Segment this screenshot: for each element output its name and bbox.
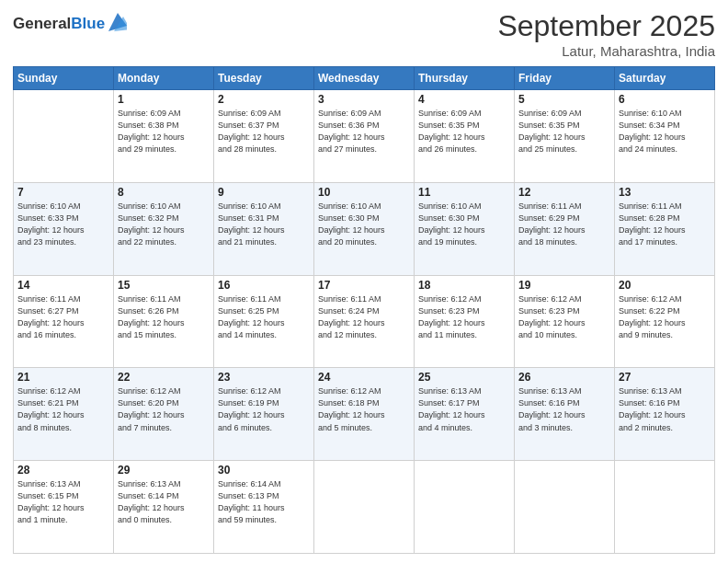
day-number: 5 [518,93,610,106]
page-header: GeneralBlue September 2025 Latur, Mahara… [13,9,715,59]
calendar-cell [415,461,515,554]
calendar-cell [615,461,715,554]
calendar-cell: 7Sunrise: 6:10 AM Sunset: 6:33 PM Daylig… [14,182,114,275]
calendar-cell: 20Sunrise: 6:12 AM Sunset: 6:22 PM Dayli… [615,275,715,368]
header-thursday: Thursday [415,67,515,90]
day-number: 7 [17,186,109,199]
day-number: 1 [118,93,210,106]
day-number: 23 [218,371,310,384]
day-number: 2 [218,93,310,106]
day-info: Sunrise: 6:12 AM Sunset: 6:19 PM Dayligh… [218,385,310,433]
day-info: Sunrise: 6:10 AM Sunset: 6:31 PM Dayligh… [218,201,310,248]
day-info: Sunrise: 6:09 AM Sunset: 6:35 PM Dayligh… [518,108,610,155]
day-info: Sunrise: 6:12 AM Sunset: 6:18 PM Dayligh… [318,385,410,433]
calendar-cell [515,461,615,554]
day-info: Sunrise: 6:09 AM Sunset: 6:37 PM Dayligh… [218,108,310,155]
day-number: 18 [418,279,510,292]
day-info: Sunrise: 6:11 AM Sunset: 6:24 PM Dayligh… [318,293,410,341]
calendar-cell: 1Sunrise: 6:09 AM Sunset: 6:38 PM Daylig… [114,90,214,183]
day-number: 15 [118,279,210,292]
day-number: 30 [218,464,310,477]
logo-icon [107,9,127,35]
day-number: 12 [518,186,610,199]
calendar-cell: 27Sunrise: 6:13 AM Sunset: 6:16 PM Dayli… [615,368,715,461]
day-number: 29 [118,464,210,477]
day-info: Sunrise: 6:11 AM Sunset: 6:27 PM Dayligh… [17,293,109,341]
calendar-cell: 9Sunrise: 6:10 AM Sunset: 6:31 PM Daylig… [214,182,314,275]
calendar-week-3: 14Sunrise: 6:11 AM Sunset: 6:27 PM Dayli… [14,275,715,368]
calendar-week-5: 28Sunrise: 6:13 AM Sunset: 6:15 PM Dayli… [14,461,715,554]
day-info: Sunrise: 6:10 AM Sunset: 6:33 PM Dayligh… [17,201,109,248]
day-number: 8 [118,186,210,199]
calendar-header-row: Sunday Monday Tuesday Wednesday Thursday… [14,67,715,90]
day-number: 14 [17,279,109,292]
title-block: September 2025 Latur, Maharashtra, India [497,9,715,59]
logo: GeneralBlue [13,13,127,35]
header-monday: Monday [114,67,214,90]
calendar-cell: 19Sunrise: 6:12 AM Sunset: 6:23 PM Dayli… [515,275,615,368]
day-info: Sunrise: 6:10 AM Sunset: 6:34 PM Dayligh… [619,108,711,155]
calendar-cell: 15Sunrise: 6:11 AM Sunset: 6:26 PM Dayli… [114,275,214,368]
day-info: Sunrise: 6:13 AM Sunset: 6:16 PM Dayligh… [518,385,610,433]
day-number: 27 [619,371,711,384]
day-info: Sunrise: 6:12 AM Sunset: 6:23 PM Dayligh… [518,293,610,341]
day-info: Sunrise: 6:13 AM Sunset: 6:15 PM Dayligh… [17,478,109,526]
day-info: Sunrise: 6:12 AM Sunset: 6:23 PM Dayligh… [418,293,510,341]
header-wednesday: Wednesday [314,67,415,90]
calendar-cell: 29Sunrise: 6:13 AM Sunset: 6:14 PM Dayli… [114,461,214,554]
calendar-cell: 18Sunrise: 6:12 AM Sunset: 6:23 PM Dayli… [415,275,515,368]
day-number: 21 [17,371,109,384]
day-number: 22 [118,371,210,384]
day-number: 3 [318,93,410,106]
day-info: Sunrise: 6:09 AM Sunset: 6:38 PM Dayligh… [118,108,210,155]
calendar-cell: 25Sunrise: 6:13 AM Sunset: 6:17 PM Dayli… [415,368,515,461]
calendar-cell: 11Sunrise: 6:10 AM Sunset: 6:30 PM Dayli… [415,182,515,275]
header-saturday: Saturday [615,67,715,90]
calendar-cell: 5Sunrise: 6:09 AM Sunset: 6:35 PM Daylig… [515,90,615,183]
logo-general: GeneralBlue [13,16,105,33]
calendar-cell: 14Sunrise: 6:11 AM Sunset: 6:27 PM Dayli… [14,275,114,368]
calendar-week-2: 7Sunrise: 6:10 AM Sunset: 6:33 PM Daylig… [14,182,715,275]
day-number: 16 [218,279,310,292]
day-info: Sunrise: 6:11 AM Sunset: 6:29 PM Dayligh… [518,201,610,248]
calendar-cell: 6Sunrise: 6:10 AM Sunset: 6:34 PM Daylig… [615,90,715,183]
day-number: 19 [518,279,610,292]
calendar-cell [14,90,114,183]
calendar-cell: 13Sunrise: 6:11 AM Sunset: 6:28 PM Dayli… [615,182,715,275]
calendar-cell: 30Sunrise: 6:14 AM Sunset: 6:13 PM Dayli… [214,461,314,554]
day-number: 26 [518,371,610,384]
day-number: 10 [318,186,410,199]
month-title: September 2025 [497,9,715,43]
calendar-cell: 4Sunrise: 6:09 AM Sunset: 6:35 PM Daylig… [415,90,515,183]
calendar-cell: 26Sunrise: 6:13 AM Sunset: 6:16 PM Dayli… [515,368,615,461]
calendar-table: Sunday Monday Tuesday Wednesday Thursday… [13,66,715,554]
day-info: Sunrise: 6:13 AM Sunset: 6:16 PM Dayligh… [619,385,711,433]
calendar-cell: 28Sunrise: 6:13 AM Sunset: 6:15 PM Dayli… [14,461,114,554]
day-info: Sunrise: 6:12 AM Sunset: 6:21 PM Dayligh… [17,385,109,433]
calendar-cell: 21Sunrise: 6:12 AM Sunset: 6:21 PM Dayli… [14,368,114,461]
day-number: 24 [318,371,410,384]
day-info: Sunrise: 6:12 AM Sunset: 6:20 PM Dayligh… [118,385,210,433]
header-tuesday: Tuesday [214,67,314,90]
day-info: Sunrise: 6:11 AM Sunset: 6:25 PM Dayligh… [218,293,310,341]
day-info: Sunrise: 6:10 AM Sunset: 6:30 PM Dayligh… [418,201,510,248]
calendar-cell: 16Sunrise: 6:11 AM Sunset: 6:25 PM Dayli… [214,275,314,368]
day-number: 9 [218,186,310,199]
day-number: 6 [619,93,711,106]
day-info: Sunrise: 6:10 AM Sunset: 6:32 PM Dayligh… [118,201,210,248]
day-info: Sunrise: 6:13 AM Sunset: 6:14 PM Dayligh… [118,478,210,526]
day-info: Sunrise: 6:12 AM Sunset: 6:22 PM Dayligh… [619,293,711,341]
calendar-cell: 10Sunrise: 6:10 AM Sunset: 6:30 PM Dayli… [314,182,415,275]
day-number: 28 [17,464,109,477]
calendar-cell: 12Sunrise: 6:11 AM Sunset: 6:29 PM Dayli… [515,182,615,275]
day-info: Sunrise: 6:10 AM Sunset: 6:30 PM Dayligh… [318,201,410,248]
day-number: 20 [619,279,711,292]
day-info: Sunrise: 6:11 AM Sunset: 6:28 PM Dayligh… [619,201,711,248]
day-number: 13 [619,186,711,199]
day-info: Sunrise: 6:11 AM Sunset: 6:26 PM Dayligh… [118,293,210,341]
location: Latur, Maharashtra, India [497,43,715,59]
day-number: 25 [418,371,510,384]
calendar-cell: 2Sunrise: 6:09 AM Sunset: 6:37 PM Daylig… [214,90,314,183]
header-sunday: Sunday [14,67,114,90]
calendar-cell: 17Sunrise: 6:11 AM Sunset: 6:24 PM Dayli… [314,275,415,368]
